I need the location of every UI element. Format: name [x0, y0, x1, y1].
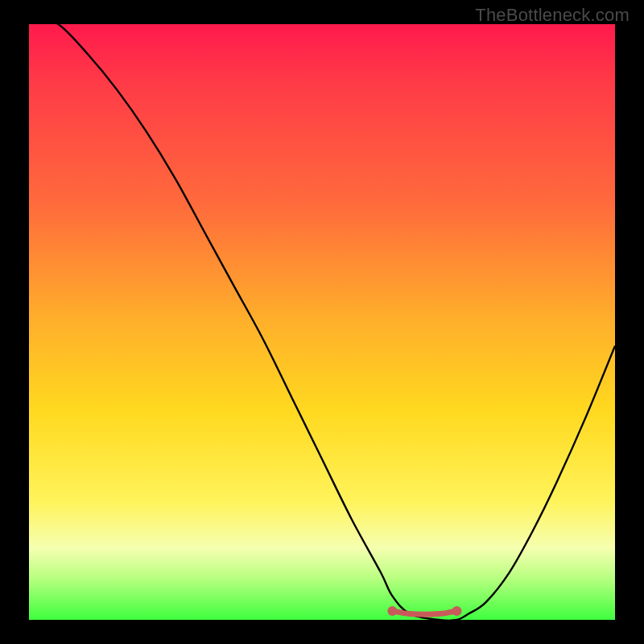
flat-min-segment-path [392, 611, 456, 614]
watermark-text: TheBottleneck.com [475, 5, 630, 26]
flat-min-end-point [452, 606, 461, 616]
gradient-plot-area [29, 24, 615, 620]
bottleneck-curve-path [29, 12, 615, 621]
bottleneck-curve-svg [29, 24, 615, 620]
flat-min-start-point [387, 606, 397, 616]
chart-frame: TheBottleneck.com [0, 0, 644, 644]
